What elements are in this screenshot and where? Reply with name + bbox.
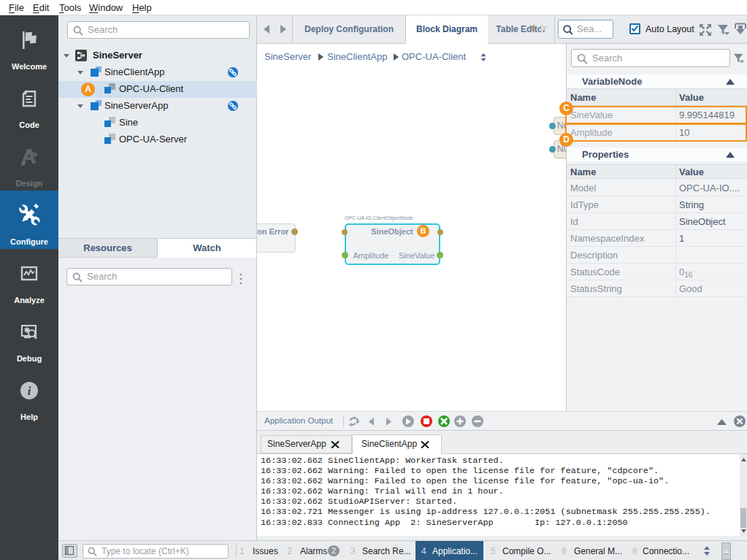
svg-text:i: i [28, 384, 31, 398]
